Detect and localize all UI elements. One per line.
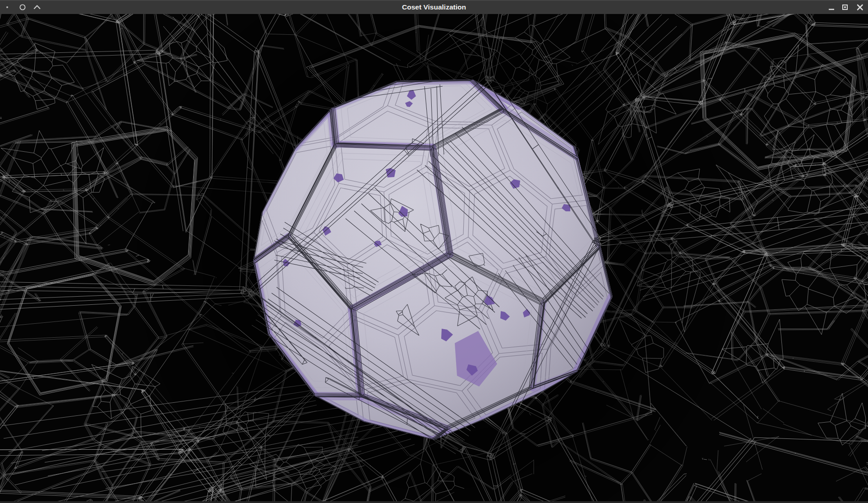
svg-text:Coset Visualization: Coset Visualization xyxy=(402,3,466,11)
